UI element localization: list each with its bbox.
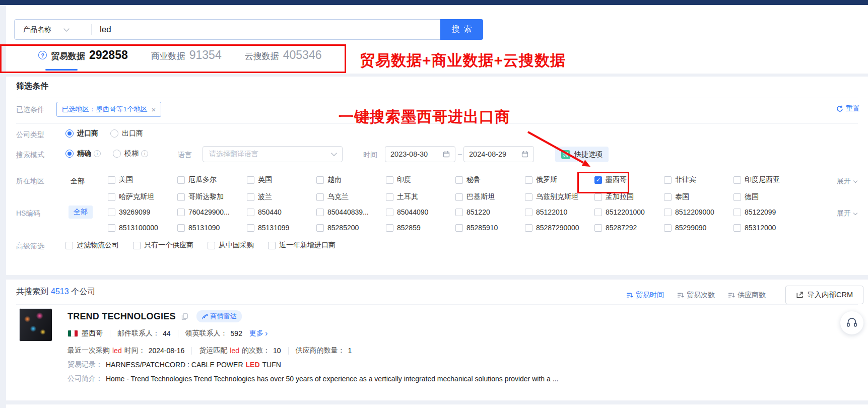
checkbox[interactable]	[208, 242, 215, 249]
checkbox[interactable]	[133, 242, 141, 249]
selected-region-tag[interactable]: 已选地区：墨西哥等1个地区 ×	[56, 102, 161, 117]
checkbox-item[interactable]: 哈萨克斯坦	[108, 192, 177, 201]
checkbox[interactable]	[525, 176, 532, 184]
search-input[interactable]	[92, 25, 440, 35]
checkbox-item[interactable]: 85044090	[386, 208, 455, 216]
hs-expand-link[interactable]: 展开	[837, 209, 857, 218]
checkbox-item[interactable]: 俄罗斯	[525, 175, 594, 184]
checkbox[interactable]	[664, 176, 672, 184]
checkbox[interactable]	[108, 224, 115, 232]
checkbox[interactable]	[108, 176, 115, 184]
checkbox-item[interactable]: 乌克兰	[316, 192, 386, 201]
checkbox-item[interactable]: 波兰	[247, 192, 316, 201]
sort-trade-count[interactable]: 贸易次数	[677, 291, 715, 300]
search-field-select[interactable]: 产品名称	[15, 25, 91, 34]
checkbox-item[interactable]: 从中国采购	[208, 241, 254, 250]
checkbox-item[interactable]: 菲律宾	[664, 175, 733, 184]
checkbox-item[interactable]: 85287292	[594, 224, 664, 232]
radio-icon[interactable]	[65, 150, 74, 158]
info-icon[interactable]: i	[141, 150, 148, 157]
checkbox-item[interactable]: 85312000	[733, 224, 803, 232]
checkbox[interactable]	[733, 193, 741, 201]
checkbox-item[interactable]: ✓墨西哥	[594, 175, 664, 184]
checkbox[interactable]	[108, 209, 115, 216]
checkbox-item[interactable]: 英国	[247, 175, 316, 184]
checkbox[interactable]	[525, 224, 532, 232]
search-button[interactable]: 搜索	[440, 19, 483, 40]
checkbox[interactable]	[268, 242, 276, 249]
checkbox-item[interactable]: 85285200	[316, 224, 386, 232]
tab-trade-data[interactable]: ? 贸易数据 292858	[38, 48, 128, 62]
radio-exporter[interactable]: 出口商	[110, 129, 143, 138]
sort-supplier-count[interactable]: 供应商数	[728, 291, 766, 300]
tab-cloud-search-data[interactable]: 云搜数据 405346	[245, 48, 322, 62]
checkbox[interactable]	[108, 193, 115, 201]
checkbox-item[interactable]: 85287290000	[525, 224, 594, 232]
checkbox[interactable]	[316, 193, 324, 201]
checkbox-item[interactable]: 851220	[455, 208, 525, 216]
checkbox-item[interactable]: 8512209000	[664, 208, 733, 216]
language-select[interactable]: 请选择翻译语言	[203, 146, 343, 162]
checkbox-item[interactable]: 85131090	[177, 224, 247, 232]
checkbox-item[interactable]: 850440	[247, 208, 316, 216]
radio-importer[interactable]: 进口商	[65, 129, 98, 138]
import-crm-button[interactable]: 导入内部CRM	[785, 286, 863, 304]
checkbox-item[interactable]: 8513100000	[108, 224, 177, 232]
checkbox[interactable]	[316, 224, 324, 232]
checkbox[interactable]	[177, 176, 185, 184]
more-link[interactable]: 更多 ›	[249, 329, 268, 338]
checkbox-item[interactable]: 哥斯达黎加	[177, 192, 247, 201]
checkbox-item[interactable]: 厄瓜多尔	[177, 175, 247, 184]
radio-fuzzy[interactable]: 模糊 i	[113, 149, 148, 158]
radio-icon[interactable]	[113, 150, 121, 158]
company-name[interactable]: TREND TECHNOLOGIES	[68, 311, 176, 322]
checkbox[interactable]	[247, 209, 254, 216]
close-icon[interactable]: ×	[152, 105, 156, 114]
checkbox-item[interactable]: 85122099	[733, 208, 803, 216]
checkbox-item[interactable]: 850440839...	[316, 208, 386, 216]
checkbox-item[interactable]: 过滤物流公司	[65, 241, 119, 250]
checkbox-item[interactable]: 德国	[733, 192, 803, 201]
checkbox[interactable]	[177, 224, 185, 232]
checkbox[interactable]	[594, 193, 602, 201]
checkbox-item[interactable]: 印度尼西亚	[733, 175, 803, 184]
checkbox[interactable]	[594, 224, 602, 232]
checkbox[interactable]	[664, 209, 672, 216]
checkbox[interactable]	[455, 209, 463, 216]
checkbox-item[interactable]: 秘鲁	[455, 175, 525, 184]
copy-icon[interactable]	[181, 313, 188, 320]
tab-business-data[interactable]: 商业数据 91354	[151, 48, 222, 62]
checkbox[interactable]	[386, 209, 393, 216]
checkbox[interactable]	[316, 176, 324, 184]
checkbox[interactable]	[733, 209, 741, 216]
checkbox[interactable]	[455, 176, 463, 184]
customer-service-button[interactable]	[840, 311, 863, 334]
checkbox-item[interactable]: 近一年新增进口商	[268, 241, 336, 250]
checkbox[interactable]	[247, 224, 254, 232]
checkbox-item[interactable]: 乌兹别克斯坦	[525, 192, 594, 201]
checkbox[interactable]	[386, 193, 393, 201]
checkbox-item[interactable]: 泰国	[664, 192, 733, 201]
radio-exact[interactable]: 精确 i	[65, 149, 101, 158]
checkbox[interactable]	[65, 242, 73, 249]
checkbox-item[interactable]: 760429900...	[177, 208, 247, 216]
radio-icon[interactable]	[110, 129, 118, 138]
checkbox-item[interactable]: 土耳其	[386, 192, 455, 201]
checkbox-item[interactable]: 孟加拉国	[594, 192, 664, 201]
checkbox[interactable]	[177, 209, 185, 216]
checkbox-item[interactable]: 只有一个供应商	[133, 241, 193, 250]
hs-all-link[interactable]: 全部	[69, 206, 93, 219]
checkbox[interactable]	[455, 224, 463, 232]
company-thumbnail[interactable]	[19, 308, 52, 342]
checkbox-item[interactable]: 巴基斯坦	[455, 192, 525, 201]
checkbox[interactable]: ✓	[594, 176, 602, 184]
business-radar-badge[interactable]: 商情雷达	[196, 310, 242, 322]
question-icon[interactable]: ?	[38, 51, 47, 59]
checkbox[interactable]	[525, 209, 532, 216]
checkbox-item[interactable]: 85299090	[664, 224, 733, 232]
reset-button[interactable]: 重置	[836, 104, 860, 113]
checkbox-item[interactable]: 39269099	[108, 208, 177, 216]
checkbox-item[interactable]: 8512201000	[594, 208, 664, 216]
region-all-link[interactable]: 全部	[71, 177, 85, 186]
checkbox[interactable]	[316, 209, 324, 216]
